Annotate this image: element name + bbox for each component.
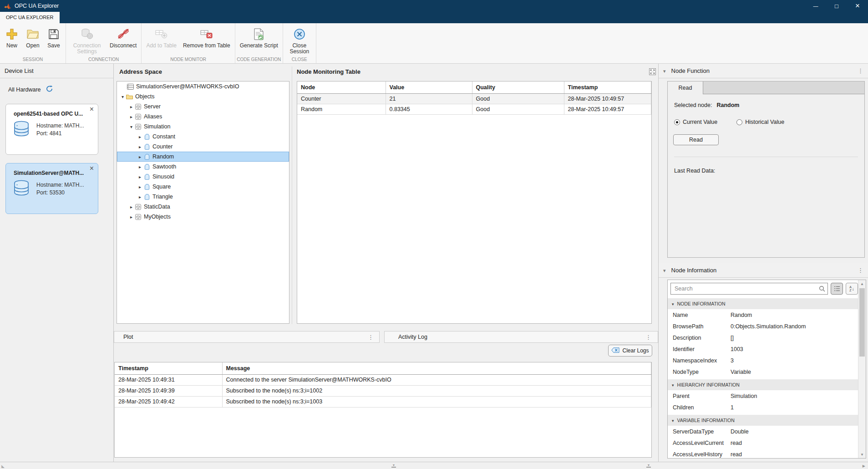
scrollbar[interactable]: ▲ ▼ [858,280,866,458]
collapse-arrow-icon[interactable] [663,267,666,274]
expander-icon[interactable] [137,134,143,139]
property-row: AccessLevelHistory read [668,449,858,459]
tree-node-server[interactable]: Server [117,102,289,112]
popout-expand-icon[interactable] [648,67,656,76]
remove-from-table-button[interactable]: Remove from Table [183,26,230,49]
disconnect-button[interactable]: Disconnect [110,26,137,49]
device-card-close-icon[interactable] [90,164,94,173]
generate-script-button[interactable]: Generate Script [240,26,278,49]
ribbon-toolbar: New Open Save SESSION Connecti [0,23,868,64]
property-row: NodeType Variable [668,366,858,377]
add-to-table-button[interactable]: Add to Table [146,26,177,49]
column-header-node[interactable]: Node [297,82,386,93]
expander-icon[interactable] [137,164,143,169]
tree-node-aliases[interactable]: Aliases [117,112,289,122]
group-view-button[interactable] [831,283,843,295]
node-monitoring-table: Node Value Quality Timestamp Counter 21 … [297,81,652,324]
section-hierarchy-information[interactable]: HIERARCHY INFORMATION [668,379,858,390]
device-card-open62541[interactable]: open62541-based OPC U... Hostname: MATH.… [5,104,98,155]
monitor-row-counter[interactable]: Counter 21 Good 28-Mar-2025 10:49:57 [297,93,651,104]
column-header-value[interactable]: Value [386,82,472,93]
tree-node-constant[interactable]: Constant [117,132,289,142]
property-row: NamespaceIndex 3 [668,355,858,366]
expander-icon[interactable] [137,154,143,159]
column-header-message[interactable]: Message [222,362,651,374]
resize-grip-icon[interactable] [1,464,5,469]
collapse-panel-icon[interactable] [646,464,651,468]
minimize-button[interactable] [805,0,826,12]
node-information-menu-icon[interactable] [858,267,863,274]
tree-node-square[interactable]: Square [117,182,289,192]
expander-icon[interactable] [137,184,143,189]
tree-node-staticdata[interactable]: StaticData [117,202,289,212]
close-window-button[interactable] [847,0,868,12]
read-button[interactable]: Read [673,134,719,145]
refresh-icon[interactable] [46,85,53,94]
connection-settings-button[interactable]: Connection Settings [71,26,103,55]
column-header-timestamp[interactable]: Timestamp [115,362,222,374]
tag-icon [143,174,151,180]
scroll-up-icon[interactable]: ▲ [858,280,866,287]
log-row[interactable]: 28-Mar-2025 10:49:39 Subscribed to the n… [115,385,651,396]
collapse-arrow-icon[interactable] [663,67,666,74]
close-session-button[interactable]: Close Session [288,26,311,55]
expander-icon[interactable] [137,144,143,149]
tree-node-objects[interactable]: Objects [117,92,289,102]
node-information-header[interactable]: Node Information [659,263,868,278]
expander-icon[interactable] [128,214,134,219]
device-card-simulation-server[interactable]: SimulationServer@MATH... Hostname: MATH.… [5,163,98,214]
column-header-timestamp[interactable]: Timestamp [564,82,651,93]
current-value-radio[interactable]: Current Value [674,119,717,125]
plot-title: Plot [114,334,133,340]
monitor-row-random[interactable]: Random 0.83345 Good 28-Mar-2025 10:49:57 [297,104,651,114]
expander-icon[interactable] [128,124,134,129]
scroll-thumb[interactable] [859,288,865,357]
search-icon [819,285,825,294]
tree-node-triangle[interactable]: Triangle [117,192,289,202]
expander-icon[interactable] [128,104,134,109]
tree-node-sinusoid[interactable]: Sinusoid [117,172,289,182]
address-space-tree: SimulationServer@MATHWORKS-cvbIO Objects… [117,81,289,324]
node-function-header[interactable]: Node Function [659,64,868,78]
tree-node-server-root[interactable]: SimulationServer@MATHWORKS-cvbIO [117,82,289,92]
device-hostname: Hostname: MATH... [36,122,84,130]
expander-icon[interactable] [128,204,134,209]
plot-menu-icon[interactable] [368,334,379,341]
tree-node-sawtooth[interactable]: Sawtooth [117,162,289,172]
section-variable-information[interactable]: VARIABLE INFORMATION [668,415,858,426]
right-panel-splitter[interactable] [658,64,659,462]
expand-right-icon[interactable] [863,464,865,468]
expander-icon[interactable] [137,194,143,199]
tree-node-random-selected[interactable]: Random [117,152,289,162]
clear-logs-button[interactable]: Clear Logs [608,345,652,357]
historical-value-radio[interactable]: Historical Value [736,119,784,125]
connection-settings-icon [80,26,94,41]
collapse-bottom-panel-icon[interactable] [391,464,396,468]
pane-splitter[interactable] [292,66,292,324]
tree-node-simulation[interactable]: Simulation [117,122,289,132]
open-button[interactable]: Open [25,26,40,49]
scroll-down-icon[interactable]: ▼ [858,451,866,458]
sort-az-button[interactable]: AZ↓ [846,283,858,295]
radio-checked-icon [674,119,680,125]
tree-node-counter[interactable]: Counter [117,142,289,152]
expander-icon[interactable] [128,114,134,119]
new-button[interactable]: New [5,26,19,49]
tab-opc-ua-explorer[interactable]: OPC UA EXPLORER [0,12,60,23]
expander-icon[interactable] [120,94,126,99]
expander-icon[interactable] [137,174,143,179]
column-header-quality[interactable]: Quality [472,82,564,93]
log-row[interactable]: 28-Mar-2025 10:49:31 Connected to the se… [115,374,651,385]
maximize-button[interactable] [826,0,847,12]
log-row[interactable]: 28-Mar-2025 10:49:42 Subscribed to the n… [115,396,651,407]
tree-node-myobjects[interactable]: MyObjects [117,212,289,222]
group-label-session: SESSION [0,57,66,62]
tab-read[interactable]: Read [668,82,703,94]
section-node-information[interactable]: NODE INFORMATION [668,298,858,309]
activity-log-menu-icon[interactable] [645,334,658,341]
node-function-menu-icon[interactable] [858,67,863,74]
save-button[interactable]: Save [46,26,61,49]
device-card-close-icon[interactable] [90,105,94,113]
log-header-row: Timestamp Message [115,362,651,374]
search-input[interactable] [670,283,828,295]
